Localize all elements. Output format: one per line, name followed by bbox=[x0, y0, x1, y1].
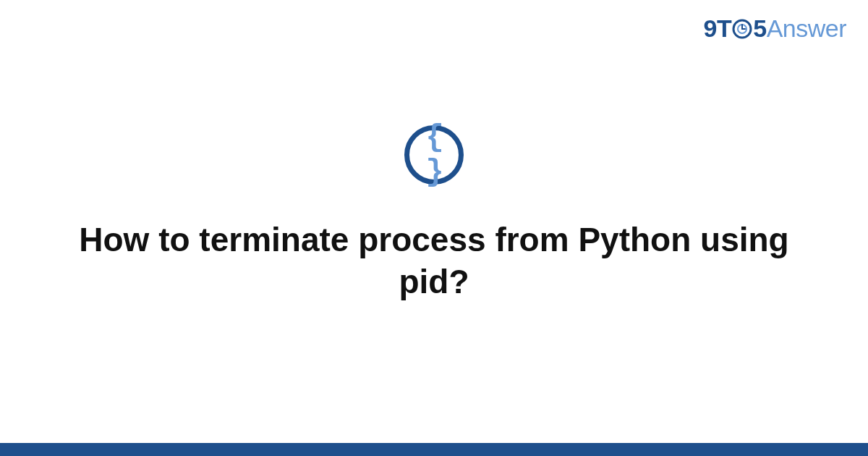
code-circle: { } bbox=[404, 125, 464, 185]
footer-bar bbox=[0, 443, 868, 456]
logo-text-9t: 9T bbox=[704, 14, 732, 42]
logo-text-answer: Answer bbox=[767, 14, 846, 42]
logo-clock-icon bbox=[731, 18, 753, 40]
braces-icon: { } bbox=[409, 120, 459, 190]
logo-text-5: 5 bbox=[753, 14, 766, 42]
site-logo: 9T5Answer bbox=[704, 14, 846, 43]
code-icon: { } bbox=[404, 125, 464, 185]
main-content: { } How to terminate process from Python… bbox=[0, 125, 868, 303]
page-title: How to terminate process from Python usi… bbox=[0, 219, 868, 303]
